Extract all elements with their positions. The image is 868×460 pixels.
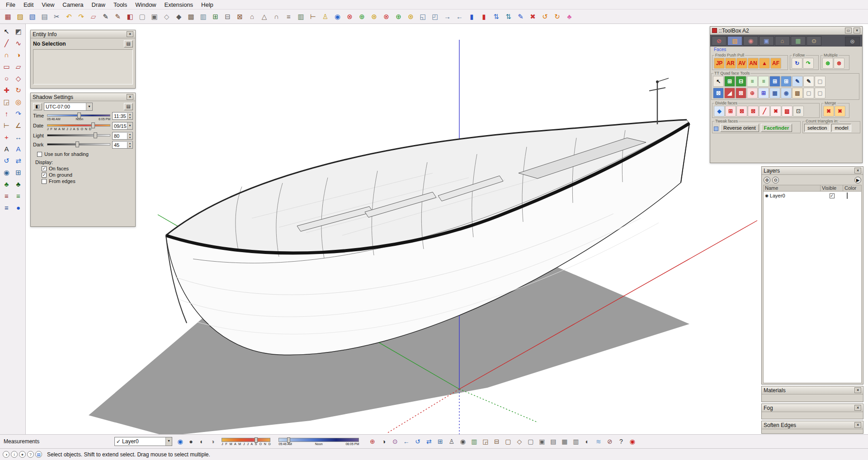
delete-icon[interactable]: ✖	[527, 11, 538, 22]
entity-info-details-toggle[interactable]: ▤	[124, 40, 133, 47]
dark-slider-thumb[interactable]	[75, 141, 79, 147]
toolbox-titlebar[interactable]: ::ToolBox A2 ▭ ✕	[710, 27, 862, 35]
export-icon[interactable]: →	[442, 11, 453, 22]
offset-tool-icon[interactable]: ◎	[13, 96, 24, 108]
iso-view-icon[interactable]: ◇	[514, 437, 524, 447]
burst-yellow-icon[interactable]: ⊛	[368, 11, 380, 22]
make-component-icon[interactable]: ⊞	[210, 11, 221, 22]
previous-view-icon[interactable]: ←	[401, 437, 411, 447]
soften-edges-close-icon[interactable]: ✕	[854, 422, 861, 428]
layer-visible-checkbox[interactable]: ✓	[830, 193, 835, 198]
quad-mesh-icon[interactable]: ⊞	[781, 76, 792, 87]
section-plane-icon[interactable]: ▥	[469, 437, 479, 447]
redo-icon[interactable]: ↷	[75, 11, 87, 22]
select-tool-icon[interactable]: ↖	[1, 26, 12, 37]
merge-faces-icon[interactable]: ✖	[823, 106, 834, 117]
time-slider-thumb[interactable]	[77, 113, 81, 118]
tab-blue[interactable]: ▣	[759, 36, 774, 46]
plant2-tool-icon[interactable]: ♣	[13, 178, 24, 190]
menu-item[interactable]: Camera	[58, 0, 87, 9]
cut-icon[interactable]: ✂	[51, 11, 62, 22]
layer-stack-green-icon[interactable]: ≡	[13, 190, 24, 202]
merge-coplanar-icon[interactable]: ✖	[835, 106, 845, 117]
menu-item[interactable]: Tools	[109, 0, 131, 9]
divide-cross-icon[interactable]: ⊞	[725, 106, 736, 117]
protractor-tool-icon[interactable]: ∠	[13, 120, 24, 131]
time-spinner[interactable]: ▲▼	[127, 113, 132, 119]
sort-asc-icon[interactable]: ⇅	[491, 11, 502, 22]
divide-cut-icon[interactable]: ✖	[770, 106, 781, 117]
history-icon[interactable]: ↻	[552, 11, 563, 22]
credits-icon[interactable]: i	[11, 451, 18, 458]
date-dropdown-icon[interactable]: ▼	[127, 122, 132, 129]
menu-item[interactable]: Draw	[88, 0, 109, 9]
date-slider-thumb[interactable]	[91, 122, 95, 128]
tape-measure-tool-icon[interactable]: ⊢	[1, 120, 12, 131]
layer-color-icon[interactable]: ●	[186, 437, 196, 447]
use-sun-checkbox[interactable]	[37, 152, 42, 157]
walk-icon[interactable]: ♙	[446, 437, 457, 447]
multi-burst-icon[interactable]: ⊗	[834, 58, 844, 69]
undo-icon[interactable]: ↶	[63, 11, 75, 22]
monochrome-style-icon[interactable]: ▥	[571, 437, 581, 447]
materials-titlebar[interactable]: Materials ✕	[762, 386, 863, 394]
rectangle-tool-icon[interactable]: ▭	[1, 61, 12, 72]
time-value-field[interactable]: 11:35 ▲▼	[112, 112, 133, 120]
menu-item[interactable]: Edit	[19, 0, 38, 9]
quad-blank2-icon[interactable]: ▢	[803, 88, 814, 99]
layers-col-visible[interactable]: Visible	[821, 185, 843, 191]
display-option-checkbox[interactable]	[42, 179, 47, 184]
make-group-icon[interactable]: ⊟	[222, 11, 233, 22]
light-slider-thumb[interactable]	[94, 132, 97, 138]
display-option-checkbox[interactable]: ✓	[42, 173, 47, 178]
menu-item[interactable]: View	[38, 0, 58, 9]
fog-close-icon[interactable]: ✕	[854, 405, 861, 411]
quad-flip-icon[interactable]: ⊠	[736, 88, 746, 99]
shadow-settings-titlebar[interactable]: Shadow Settings ✕	[31, 93, 135, 101]
position-camera-icon[interactable]: ⊙	[390, 437, 400, 447]
vector-push-pull-icon[interactable]: AV	[736, 58, 747, 69]
facefinder-button[interactable]: Facefinder	[761, 124, 793, 132]
hide-rest-icon[interactable]: ⊘	[604, 437, 615, 447]
quad-unwrap-icon[interactable]: ▦	[769, 88, 780, 99]
quad-blank3-icon[interactable]: ▢	[815, 88, 826, 99]
toolbox-minimize-icon[interactable]: ▭	[845, 28, 852, 33]
tab-hand[interactable]: ⊙	[807, 36, 821, 46]
blue-gauge-icon[interactable]: ▮	[466, 11, 477, 22]
layer-color-swatch[interactable]	[847, 192, 848, 199]
zoom-tool-icon[interactable]: ◉	[1, 167, 12, 178]
materials-close-icon[interactable]: ✕	[854, 387, 861, 393]
layers-detail-arrow-icon[interactable]: ▶	[854, 177, 861, 183]
section-plane-icon[interactable]: ▥	[295, 11, 307, 22]
axo-view-icon[interactable]: ◲	[480, 437, 491, 447]
time-mini-slider[interactable]	[278, 438, 359, 442]
toolbox-settings-icon[interactable]: ⊛	[845, 37, 860, 46]
shadow-toggle-button[interactable]: ◧	[33, 103, 42, 110]
explode-icon[interactable]: ⊠	[234, 11, 245, 22]
plant-tool-icon[interactable]: ♣	[1, 178, 12, 190]
quad-select-icon[interactable]: ↖	[713, 76, 724, 87]
burst-yellow2-icon[interactable]: ⊛	[405, 11, 416, 22]
menu-item[interactable]: Help	[197, 0, 217, 9]
white-cube-icon[interactable]: ▢	[137, 11, 148, 22]
refresh-icon[interactable]: ↺	[539, 11, 551, 22]
date-slider[interactable]	[47, 124, 110, 127]
globe-icon[interactable]: ◉	[332, 11, 343, 22]
quad-diag-icon[interactable]: ⊠	[713, 88, 724, 99]
stairs-icon[interactable]: ≡	[283, 11, 294, 22]
layers-titlebar[interactable]: Layers ✕	[762, 167, 863, 175]
dark-slider[interactable]	[47, 143, 110, 146]
shaded-cube-icon[interactable]: ▣	[149, 11, 160, 22]
quad-blank-icon[interactable]: ▢	[815, 76, 826, 87]
follow-me-tool-icon[interactable]: ↷	[13, 108, 24, 119]
scale-tool-icon[interactable]: ◲	[1, 96, 12, 108]
divide-diamond-icon[interactable]: ◆	[714, 106, 725, 117]
save-model-icon[interactable]: ▧	[27, 11, 38, 22]
reverse-orient-button[interactable]: Reverse orient	[720, 124, 759, 132]
layers-close-icon[interactable]: ✕	[854, 168, 861, 174]
clock-icon[interactable]: ◑	[378, 437, 389, 447]
date-mini-thumb[interactable]	[255, 437, 258, 443]
polygon-tool-icon[interactable]: ◇	[13, 73, 24, 84]
layer-stack-red-icon[interactable]: ≡	[1, 190, 12, 202]
menu-item[interactable]: File	[2, 0, 19, 9]
